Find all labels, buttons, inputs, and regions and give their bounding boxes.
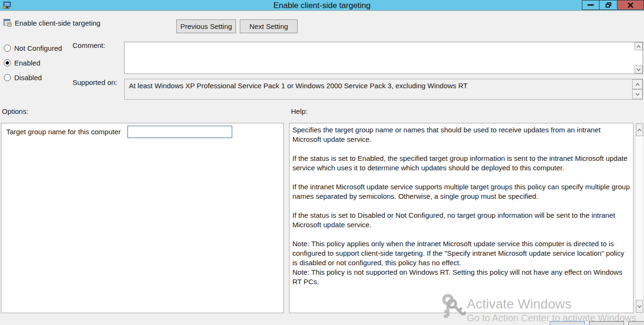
chevron-up-icon <box>635 83 640 86</box>
help-paragraph: Note: This policy applies only when the … <box>292 239 630 268</box>
radio-disabled[interactable]: Disabled <box>4 74 42 82</box>
policy-setting-window: Enable client-side targeting Enable clie… <box>0 0 644 325</box>
help-paragraph: If the status is set to Disabled or Not … <box>292 211 630 230</box>
help-text-panel[interactable]: Specifies the target group name or names… <box>289 123 634 313</box>
chevron-down-icon <box>636 68 641 71</box>
scroll-up-button[interactable] <box>636 123 643 136</box>
target-group-label: Target group name for this computer <box>6 128 121 136</box>
target-group-input[interactable] <box>127 126 232 138</box>
apply-button[interactable] <box>628 321 644 325</box>
chevron-up-icon <box>636 45 641 48</box>
chevron-up-icon <box>637 129 642 131</box>
policy-setting-icon <box>3 19 12 27</box>
close-icon <box>627 2 634 8</box>
options-section-label: Options: <box>2 107 28 115</box>
options-panel: Target group name for this computer <box>1 123 284 313</box>
scroll-down-button[interactable] <box>636 300 643 313</box>
scroll-down-button[interactable] <box>635 65 643 74</box>
next-setting-button[interactable]: Next Setting <box>240 19 298 33</box>
restore-icon <box>606 2 611 8</box>
radio-label: Disabled <box>14 74 42 82</box>
window-title: Enable client-side targeting <box>0 0 644 11</box>
close-button[interactable] <box>617 0 644 10</box>
minimize-icon <box>588 4 594 6</box>
chevron-down-icon <box>635 93 640 96</box>
minimize-button[interactable] <box>582 0 599 10</box>
help-section-label: Help: <box>291 107 308 115</box>
cancel-button[interactable] <box>589 321 624 325</box>
help-paragraph: Note: This policy is not supported on Wi… <box>292 268 630 287</box>
radio-label: Enabled <box>14 59 40 67</box>
scroll-down-button[interactable] <box>632 89 643 99</box>
radio-label: Not Configured <box>14 44 62 52</box>
supported-on-value: At least Windows XP Professional Service… <box>129 82 468 90</box>
help-paragraph: If the status is set to Enabled, the spe… <box>292 154 630 173</box>
supported-on-scrollbar[interactable] <box>632 79 643 99</box>
policy-setting-name: Enable client-side targeting <box>15 19 100 27</box>
titlebar[interactable]: Enable client-side targeting <box>0 0 644 11</box>
help-scrollbar[interactable] <box>635 123 644 313</box>
scroll-up-button[interactable] <box>635 42 643 50</box>
help-paragraph: Specifies the target group name or names… <box>292 125 630 144</box>
comment-scrollbar[interactable] <box>635 42 643 74</box>
radio-circle-icon[interactable] <box>4 74 11 81</box>
radio-enabled[interactable]: Enabled <box>4 59 40 67</box>
help-paragraph: If the intranet Microsoft update service… <box>292 182 630 201</box>
previous-setting-button[interactable]: Previous Setting <box>176 19 236 33</box>
chevron-down-icon <box>637 305 642 308</box>
supported-on-label: Supported on: <box>73 78 117 86</box>
radio-circle-icon[interactable] <box>4 45 11 52</box>
restore-button[interactable] <box>599 0 617 10</box>
supported-on-field: At least Windows XP Professional Service… <box>124 79 643 100</box>
radio-circle-icon[interactable] <box>4 59 11 66</box>
ok-button[interactable] <box>550 321 585 325</box>
scroll-up-button[interactable] <box>632 79 643 89</box>
radio-not-configured[interactable]: Not Configured <box>4 44 62 52</box>
comment-textbox[interactable] <box>124 42 643 74</box>
comment-label: Comment: <box>73 41 105 49</box>
